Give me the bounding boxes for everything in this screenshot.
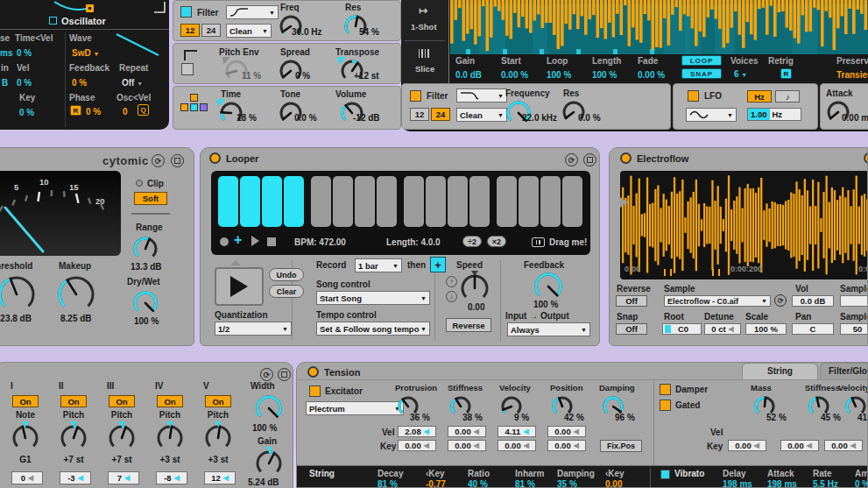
pitch-env-value[interactable]: 11 % [242, 72, 261, 81]
lfo-hz-button[interactable]: Hz [747, 90, 772, 103]
vibrato-param-value[interactable]: 5.5 Hz [813, 480, 838, 488]
overdub-next-button[interactable]: + [430, 257, 446, 272]
hot-swap-icon[interactable]: ⟳ [774, 294, 787, 307]
vibrato-checkbox[interactable] [660, 470, 670, 479]
drywet-value[interactable]: 100 % [134, 317, 159, 326]
tempo-control-dropdown[interactable]: Set & Follow song tempo▼ [316, 322, 430, 336]
play-marker-icon[interactable] [620, 197, 628, 208]
resonator-on-button[interactable]: On [157, 395, 183, 407]
timevel-value[interactable]: 0 % [17, 49, 32, 58]
warp-marker[interactable] [664, 269, 666, 276]
sample2-box[interactable] [840, 295, 868, 307]
exc-key-box[interactable]: 0.00◀ [448, 440, 486, 451]
resonator-offset-box[interactable]: 7◀ [108, 471, 139, 484]
threshold-value[interactable]: -23.8 dB [0, 315, 32, 323]
big-play-button[interactable] [215, 267, 264, 306]
filter-checkbox[interactable] [410, 90, 421, 102]
damper-checkbox[interactable] [660, 384, 671, 395]
drag-clip-icon[interactable] [532, 237, 545, 247]
resonator-pitch-value[interactable]: +7 st [102, 456, 142, 464]
filter-type-dropdown[interactable]: ▼ [456, 88, 507, 103]
oscvel-value[interactable]: 0 [123, 108, 128, 117]
filter-checkbox[interactable] [180, 6, 192, 18]
phase-value[interactable]: 0 % [86, 108, 101, 117]
device-on-led[interactable] [620, 152, 632, 164]
makeup-value[interactable]: 8.25 dB [60, 315, 92, 323]
exc-knob-value[interactable]: 9 % [514, 414, 529, 422]
filter-circuit-dropdown[interactable]: Clean▼ [226, 24, 272, 38]
exc-knob-value[interactable]: 96 % [615, 414, 635, 422]
cut-value[interactable]: B [2, 79, 8, 88]
oscillator-checkbox[interactable] [49, 17, 57, 25]
pan-box[interactable]: C [792, 323, 834, 335]
lfo-rate-box[interactable]: 1.00 Hz [747, 108, 801, 121]
sample-param-value[interactable]: 100 % [592, 71, 617, 80]
width-value[interactable]: 100 % [252, 424, 277, 433]
filter-circuit-dropdown[interactable]: Clean▼ [456, 108, 507, 122]
threshold-knob[interactable] [0, 272, 38, 318]
sample-param-value[interactable]: 0.00 % [638, 71, 665, 80]
sample-waveform-display[interactable] [450, 0, 868, 54]
vibrato-param-value[interactable]: 0 % [855, 480, 868, 488]
gated-checkbox[interactable] [660, 400, 671, 411]
vibrato-param-value[interactable]: 198 ms [767, 480, 797, 488]
save-preset-icon[interactable] [171, 154, 184, 167]
resonator-pitch-knob[interactable] [10, 421, 41, 456]
damper-knob-value[interactable]: 52 % [766, 414, 787, 422]
exc-knob-value[interactable]: 38 % [462, 414, 483, 422]
filter-12db-button[interactable]: 12 [180, 24, 200, 37]
exc-vel-box[interactable]: 0.00◀ [547, 426, 586, 437]
warp-marker[interactable] [670, 269, 672, 276]
lfo-checkbox[interactable] [688, 90, 699, 102]
tab-filter-global[interactable]: Filter/Global [820, 363, 868, 379]
makeup-knob[interactable] [55, 272, 97, 318]
cut-value[interactable]: ms [0, 49, 12, 58]
string-param-value[interactable]: 40 % [468, 480, 488, 488]
tab-string[interactable]: String [742, 363, 818, 379]
resonator-pitch-value[interactable]: +3 st [198, 456, 238, 464]
filter-12db-button[interactable]: 12 [410, 108, 429, 121]
resonator-pitch-value[interactable]: +3 st [150, 456, 190, 464]
filter-type-dropdown[interactable]: ▼ [226, 5, 279, 19]
key-value[interactable]: 0 % [19, 109, 34, 117]
root-box[interactable]: C0 [662, 323, 702, 335]
vibrato-param-value[interactable]: 198 ms [723, 480, 752, 488]
gain-value[interactable]: 5.24 dB [248, 478, 279, 487]
filter-24db-button[interactable]: 24 [201, 24, 221, 37]
scale-box[interactable]: 100 % [745, 323, 787, 335]
soft-clip-button[interactable]: Soft [134, 192, 167, 205]
string-param-value[interactable]: 35 % [557, 480, 577, 488]
resonator-on-button[interactable]: On [12, 395, 39, 407]
bpm-readout[interactable]: BPM: 472.00 [294, 238, 346, 247]
device-on-led[interactable] [209, 152, 221, 164]
envelope-curve[interactable] [54, 0, 103, 14]
transpose-value[interactable]: +12 st [354, 72, 379, 81]
resonator-offset-box[interactable]: -8◀ [156, 471, 187, 484]
drag-me-label[interactable]: Drag me! [549, 238, 587, 247]
exc-vel-box[interactable]: 0.00◀ [448, 426, 486, 437]
sample-param-value[interactable]: 0.00 % [501, 71, 528, 80]
pitch-mode-box[interactable] [181, 63, 194, 75]
save-preset-icon[interactable] [583, 153, 596, 166]
scroll-up-icon[interactable] [230, 260, 241, 265]
feedback-value[interactable]: 0 % [72, 79, 87, 88]
clear-button[interactable]: Clear [269, 285, 304, 298]
feedback-value[interactable]: 100 % [533, 301, 558, 309]
tone-value[interactable]: 0.0 % [294, 114, 317, 123]
warp-marker[interactable] [712, 269, 714, 276]
reverse-button[interactable]: Reverse [446, 318, 491, 332]
pitch-mode-icon[interactable] [182, 48, 200, 61]
filter-24db-button[interactable]: 24 [431, 108, 450, 121]
excitator-type-dropdown[interactable]: Plectrum▼ [306, 401, 404, 415]
resonator-offset-box[interactable]: 0◀ [11, 471, 43, 484]
exc-knob-value[interactable]: 42 % [564, 414, 584, 422]
fixpos-button[interactable]: Fix.Pos [600, 440, 642, 452]
lfo-wave-dropdown[interactable]: ▼ [686, 108, 737, 122]
resonator-on-button[interactable]: On [205, 395, 231, 407]
exc-vel-box[interactable]: 4.11◀ [498, 426, 536, 437]
damper-knob-value[interactable]: 45 % [821, 414, 841, 422]
string-param-value[interactable]: 81 % [515, 480, 535, 488]
resonator-pitch-knob[interactable] [202, 421, 234, 456]
sample-param-value[interactable]: 100 % [547, 71, 571, 80]
damper-key-box[interactable]: 0.00◀ [780, 440, 819, 451]
